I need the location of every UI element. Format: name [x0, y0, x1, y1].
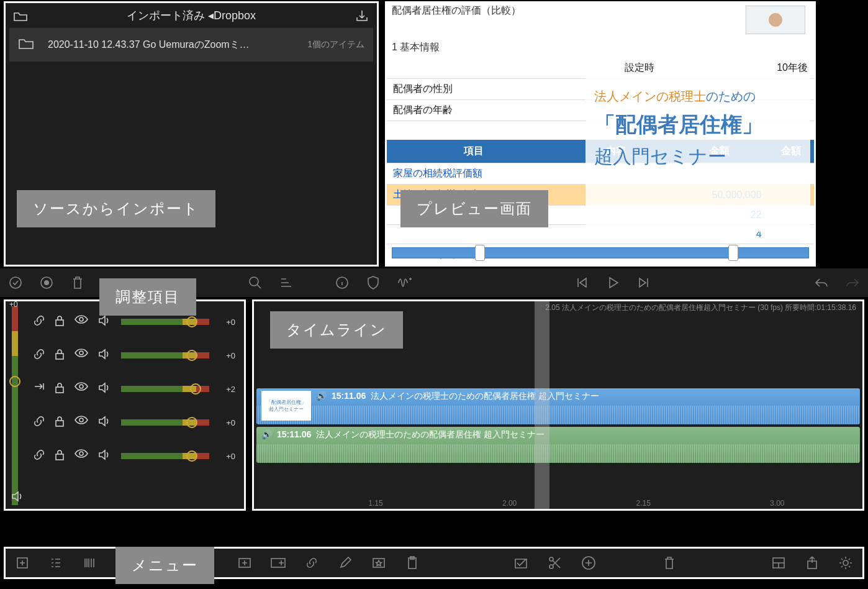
link-icon[interactable]	[33, 415, 45, 430]
speaker-icon[interactable]	[97, 381, 111, 396]
lock-icon[interactable]	[54, 348, 65, 363]
master-meter	[12, 306, 18, 505]
skip-back-icon[interactable]	[572, 273, 591, 292]
folder-up-icon[interactable]	[12, 7, 29, 24]
overlay-l3: 超入門セミナー	[594, 144, 802, 170]
clip-title: 法人メインの税理士のための配偶者居住権 超入門セミナー	[371, 391, 599, 401]
eye-icon[interactable]	[74, 415, 89, 430]
ruler-mark: 1.15	[368, 499, 382, 508]
master-meter-marker[interactable]	[9, 376, 20, 387]
link-icon[interactable]	[33, 348, 45, 363]
add-panel-icon[interactable]	[13, 554, 32, 572]
clip-timecode: 15:11.06	[332, 391, 366, 401]
timeline-clip-audio[interactable]: 🔊 15:11.06 法人メインの税理士のための配偶者居住権 超入門セミナー	[256, 427, 860, 463]
lock-icon[interactable]	[54, 449, 65, 463]
clip-title: 法人メインの税理士のための配偶者居住権 超入門セミナー	[316, 429, 545, 439]
svg-point-14	[79, 452, 83, 455]
speaker-icon[interactable]	[97, 314, 111, 329]
svg-point-3	[250, 277, 258, 286]
eye-icon[interactable]	[74, 348, 89, 363]
link-icon[interactable]	[33, 449, 45, 463]
arrow-right-icon[interactable]	[33, 381, 45, 396]
source-list: 2020-11-10 12.43.37 Go UemuraのZoomミ… 1個の…	[6, 28, 377, 62]
speaker-icon[interactable]	[97, 449, 111, 463]
trash-icon[interactable]	[660, 554, 679, 572]
sort-icon[interactable]	[277, 273, 296, 292]
undo-icon[interactable]	[812, 273, 831, 292]
track-meter[interactable]	[121, 453, 209, 459]
redo-icon[interactable]	[843, 273, 862, 292]
add-clip-icon[interactable]	[235, 554, 254, 572]
eye-icon[interactable]	[74, 381, 89, 396]
ruler-mark: 3.00	[770, 499, 784, 508]
track-row: +0	[28, 339, 240, 372]
share-icon[interactable]	[803, 554, 821, 572]
master-db: +0	[9, 300, 18, 309]
audio-icon: 🔊	[316, 391, 327, 401]
master-speaker-icon[interactable]	[11, 490, 24, 505]
scrubber-handle-right[interactable]	[728, 245, 738, 261]
speaker-icon[interactable]	[97, 348, 111, 363]
pencil-icon[interactable]	[336, 554, 355, 572]
track-meter[interactable]	[121, 319, 209, 325]
timeline-info: 2.05 法人メインの税理士のための配偶者居住権超入門セミナー (30 fps)…	[545, 303, 856, 313]
preview-scrubber[interactable]	[392, 247, 809, 258]
info-icon[interactable]	[333, 273, 351, 292]
svg-point-8	[79, 351, 83, 355]
link-icon[interactable]	[33, 314, 45, 329]
preview-section: 1 基本情報	[387, 37, 814, 58]
checkbox-icon[interactable]	[512, 554, 531, 572]
playhead[interactable]	[535, 301, 549, 509]
scissors-icon[interactable]	[546, 554, 564, 572]
add-clip-end-icon[interactable]	[269, 554, 287, 572]
timeline-clip-video[interactable]: 「配偶者居住権」超入門セミナー 🔊 15:11.06 法人メインの税理士のための…	[256, 388, 860, 424]
speaker-icon[interactable]	[97, 415, 111, 430]
eye-icon[interactable]	[74, 314, 89, 329]
scrubber-handle-left[interactable]	[475, 245, 485, 261]
chevron-left-icon: ◂	[208, 9, 214, 22]
import-icon[interactable]	[353, 7, 371, 24]
track-meter[interactable]	[121, 352, 209, 358]
source-item[interactable]: 2020-11-10 12.43.37 Go UemuraのZoomミ… 1個の…	[9, 28, 373, 62]
annotation-menu: メニュー	[115, 547, 214, 584]
search-icon[interactable]	[246, 273, 264, 292]
track-db: +0	[219, 351, 235, 360]
trash-icon[interactable]	[68, 273, 87, 292]
add-circle-icon[interactable]	[579, 554, 598, 572]
gear-icon[interactable]	[836, 554, 855, 572]
record-icon[interactable]	[37, 273, 56, 292]
source-breadcrumb[interactable]: インポート済み ◂Dropbox	[29, 8, 353, 23]
svg-point-10	[79, 385, 83, 388]
link-icon[interactable]	[302, 554, 321, 572]
svg-rect-13	[56, 454, 63, 460]
svg-point-6	[79, 317, 83, 321]
track-meter[interactable]	[121, 419, 209, 426]
clipboard-icon[interactable]	[403, 554, 422, 572]
track-list: +0 +0 +2	[28, 305, 240, 473]
track-meter[interactable]	[121, 386, 209, 392]
track-row: +0	[28, 439, 240, 473]
svg-point-0	[10, 277, 21, 288]
track-db: +2	[219, 385, 235, 394]
lock-icon[interactable]	[54, 415, 65, 430]
lock-icon[interactable]	[54, 381, 65, 396]
preview-webcam-thumb	[746, 6, 805, 34]
track-row: +2	[28, 372, 240, 406]
folder-icon	[18, 37, 34, 53]
check-circle-icon[interactable]	[6, 273, 25, 292]
play-icon[interactable]	[604, 273, 622, 292]
favorite-icon[interactable]	[369, 554, 388, 572]
effects-icon[interactable]	[395, 273, 414, 292]
skip-forward-icon[interactable]	[635, 273, 653, 292]
track-db: +0	[219, 452, 235, 461]
ruler-mark: 2.00	[502, 499, 517, 508]
shield-icon[interactable]	[364, 273, 382, 292]
clip-timecode: 15:11.06	[277, 429, 311, 439]
barcode-icon[interactable]	[80, 554, 99, 572]
audio-icon: 🔊	[261, 429, 272, 439]
list-view-icon[interactable]	[47, 554, 65, 572]
lock-icon[interactable]	[54, 314, 65, 329]
layout-icon[interactable]	[769, 554, 788, 572]
timeline-ruler[interactable]: 1.15 2.00 2.15 3.00	[254, 495, 862, 508]
eye-icon[interactable]	[74, 449, 89, 463]
